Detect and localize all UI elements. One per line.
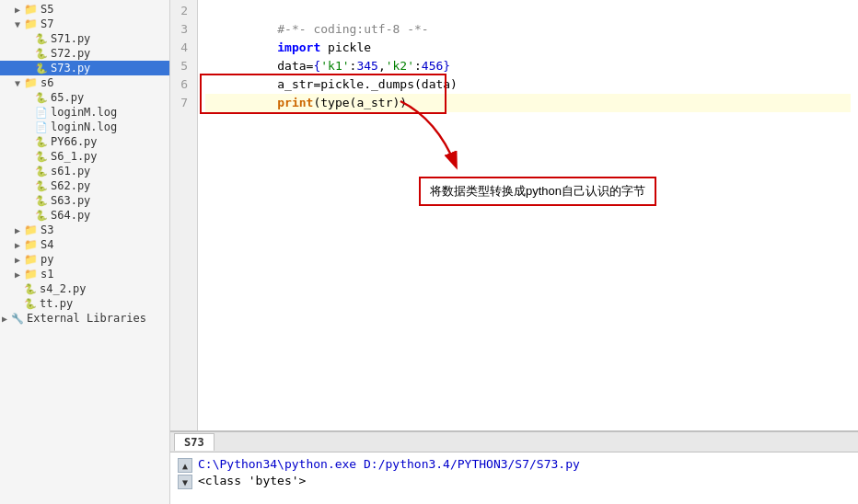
line-numbers: 2 3 4 5 6 7 — [170, 0, 198, 430]
num-456: 456 — [422, 59, 443, 73]
sidebar-item-s61[interactable]: 🐍 s61.py — [0, 164, 169, 178]
code-line-2: #-*- coding:utf-8 -*- — [205, 2, 851, 20]
folder-icon: 📁 — [24, 253, 38, 266]
str-k1: 'k1' — [320, 59, 349, 73]
arrow-icon: ▼ — [15, 19, 24, 29]
arrow-icon: ▶ — [15, 240, 24, 250]
py-file-icon: 🐍 — [35, 136, 48, 148]
sidebar-item-label: S4 — [41, 238, 53, 251]
py-file-icon: 🐍 — [35, 166, 48, 178]
sidebar-item-label: 65.py — [51, 91, 84, 104]
sidebar-item-label: External Libraries — [27, 312, 146, 325]
sidebar-item-s6_1[interactable]: 🐍 S6_1.py — [0, 149, 169, 164]
py-file-icon: 🐍 — [35, 180, 48, 192]
sidebar-item-loginm[interactable]: 📄 loginM.log — [0, 105, 169, 120]
sidebar-item-s4_2[interactable]: 🐍 s4_2.py — [0, 281, 169, 296]
sidebar-item-s73[interactable]: 🐍 S73.py — [0, 61, 169, 75]
sidebar-item-label: S72.py — [51, 47, 90, 60]
sidebar-item-label: S3 — [41, 223, 53, 236]
bottom-tab-s73[interactable]: S73 — [174, 433, 214, 451]
sidebar-item-external-libraries[interactable]: ▶ 🔧 External Libraries — [0, 311, 169, 326]
sidebar-item-label: tt.py — [40, 297, 73, 310]
sidebar-item-py66[interactable]: 🐍 PY66.py — [0, 134, 169, 149]
tab-label: S73 — [184, 436, 204, 449]
sidebar-item-label: S63.py — [51, 194, 90, 207]
output-text-area: C:\Python34\python.exe D:/python3.4/PYTH… — [198, 456, 851, 489]
scroll-up-button[interactable]: ▲ — [178, 458, 192, 473]
brace-close: } — [443, 59, 450, 73]
bottom-content: ▲ ▼ C:\Python34\python.exe D:/python3.4/… — [170, 452, 858, 504]
sidebar-item-s3[interactable]: ▶ 📁 S3 — [0, 223, 169, 237]
py-file-icon: 🐍 — [24, 298, 37, 310]
sidebar-item-s6[interactable]: ▼ 📁 s6 — [0, 75, 169, 90]
line-num-3: 3 — [170, 20, 191, 39]
main-area: ▶ 📁 S5 ▼ 📁 S7 🐍 S71.py 🐍 S72.py 🐍 S73.py — [0, 0, 858, 504]
annotation-arrow — [364, 101, 511, 184]
sidebar-item-label: s1 — [41, 268, 53, 281]
editor-content: 2 3 4 5 6 7 #-*- coding:utf-8 -*- import… — [170, 0, 858, 430]
output-text: <class 'bytes'> — [198, 473, 306, 489]
code-text: data= — [277, 59, 313, 73]
sidebar-item-s64[interactable]: 🐍 S64.py — [0, 208, 169, 223]
py-file-icon: 🐍 — [35, 92, 48, 104]
sidebar-item-s4[interactable]: ▶ 📁 S4 — [0, 237, 169, 252]
sidebar-item-label: S64.py — [51, 209, 90, 222]
sidebar-item-s72[interactable]: 🐍 S72.py — [0, 46, 169, 61]
code-text: (type(a_str)) — [313, 96, 407, 109]
sidebar-item-label: s6 — [41, 76, 53, 89]
log-file-icon: 📄 — [35, 121, 48, 133]
py-file-icon: 🐍 — [35, 151, 48, 163]
folder-icon: 📁 — [24, 268, 38, 281]
sidebar-item-s71[interactable]: 🐍 S71.py — [0, 31, 169, 46]
sidebar-item-py[interactable]: ▶ 📁 py — [0, 252, 169, 267]
line-num-2: 2 — [170, 2, 191, 20]
sidebar: ▶ 📁 S5 ▼ 📁 S7 🐍 S71.py 🐍 S72.py 🐍 S73.py — [0, 0, 170, 504]
num-345: 345 — [356, 59, 377, 73]
sidebar-item-label: S71.py — [51, 32, 90, 45]
py-file-icon: 🐍 — [35, 48, 48, 60]
comment-text: #-*- coding:utf-8 -*- — [277, 22, 428, 36]
sidebar-item-tt[interactable]: 🐍 tt.py — [0, 296, 169, 311]
empty-line — [277, 114, 284, 128]
arrow-icon: ▶ — [15, 5, 24, 15]
keyword-import: import — [277, 40, 320, 54]
line-num-5: 5 — [170, 57, 191, 75]
arrow-icon: ▶ — [2, 314, 11, 324]
sidebar-item-label: S5 — [41, 3, 53, 16]
sidebar-item-s63[interactable]: 🐍 S63.py — [0, 193, 169, 208]
sidebar-item-65py[interactable]: 🐍 65.py — [0, 90, 169, 105]
line-num-4: 4 — [170, 39, 191, 57]
code-editor[interactable]: #-*- coding:utf-8 -*- import pickle data… — [198, 0, 858, 430]
sidebar-item-s1[interactable]: ▶ 📁 s1 — [0, 267, 169, 281]
keyword-print: print — [277, 96, 313, 109]
str-k2: 'k2' — [386, 59, 414, 73]
run-path: C:\Python34\python.exe D:/python3.4/PYTH… — [198, 456, 580, 473]
py-file-icon: 🐍 — [35, 195, 48, 207]
line-num-7: 7 — [170, 94, 191, 112]
sidebar-item-s7[interactable]: ▼ 📁 S7 — [0, 17, 169, 31]
sidebar-item-label: PY66.py — [51, 135, 98, 148]
folder-icon: 📁 — [24, 223, 38, 236]
sidebar-item-label: S6_1.py — [51, 150, 98, 163]
sidebar-item-s62[interactable]: 🐍 S62.py — [0, 178, 169, 193]
sidebar-item-label: s61.py — [51, 165, 90, 178]
line-num-6: 6 — [170, 75, 191, 94]
callout-text: 将数据类型转换成python自己认识的字节 — [430, 184, 645, 198]
folder-icon: 📁 — [24, 76, 38, 89]
py-file-icon: 🐍 — [35, 33, 48, 45]
folder-icon: 📁 — [24, 238, 38, 251]
log-file-icon: 📄 — [35, 107, 48, 119]
callout-box: 将数据类型转换成python自己认识的字节 — [419, 177, 656, 206]
sidebar-item-label: S7 — [41, 17, 53, 30]
sidebar-item-label: loginN.log — [51, 120, 117, 133]
sidebar-item-s5[interactable]: ▶ 📁 S5 — [0, 2, 169, 17]
scroll-down-button[interactable]: ▼ — [178, 475, 192, 489]
code-text: a_str=pickle._dumps(data) — [277, 77, 458, 91]
py-file-icon: 🐍 — [35, 63, 48, 74]
sidebar-item-label: py — [41, 253, 53, 266]
run-command-line: C:\Python34\python.exe D:/python3.4/PYTH… — [198, 456, 851, 473]
sidebar-item-label: loginM.log — [51, 106, 117, 119]
py-file-icon: 🐍 — [35, 210, 48, 222]
sidebar-item-loginn[interactable]: 📄 loginN.log — [0, 120, 169, 134]
arrow-icon: ▶ — [15, 225, 24, 235]
